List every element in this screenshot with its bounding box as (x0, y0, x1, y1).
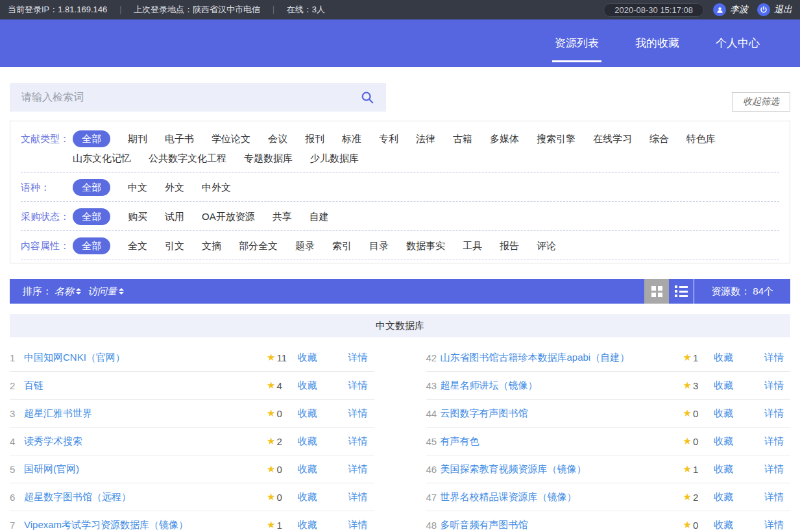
filter-option[interactable]: 特色库 (686, 130, 716, 147)
filter-option[interactable]: 题录 (295, 237, 315, 254)
filter-option[interactable]: 专题数据库 (244, 150, 293, 167)
filter-option[interactable]: 少儿数据库 (310, 150, 359, 167)
filter-option[interactable]: 全文 (128, 237, 147, 254)
logout-button[interactable]: 退出 (757, 3, 792, 16)
filter-option[interactable]: 法律 (416, 130, 435, 147)
resource-title-link[interactable]: 美国探索教育视频资源库（镜像） (441, 463, 587, 476)
filter-option[interactable]: 文摘 (202, 237, 221, 254)
filter-option[interactable]: OA开放资源 (202, 208, 255, 225)
filter-option[interactable]: 标准 (342, 130, 361, 147)
favorite-link[interactable]: 收藏 (714, 463, 733, 476)
favorite-link[interactable]: 收藏 (298, 491, 317, 503)
detail-link[interactable]: 详情 (764, 352, 784, 364)
resource-title-link[interactable]: 多听音频有声图书馆 (441, 519, 528, 531)
filter-option[interactable]: 全部 (73, 179, 110, 196)
filter-option[interactable]: 评论 (537, 237, 556, 254)
resource-title-link[interactable]: 中国知网CNKI（官网） (24, 352, 125, 364)
favorite-link[interactable]: 收藏 (298, 380, 317, 392)
favorite-link[interactable]: 收藏 (298, 435, 317, 448)
resource-title-link[interactable]: 云图数字有声图书馆 (441, 407, 528, 420)
detail-link[interactable]: 详情 (348, 435, 368, 448)
favorite-link[interactable]: 收藏 (714, 435, 733, 448)
favorite-link[interactable]: 收藏 (714, 491, 733, 503)
detail-link[interactable]: 详情 (348, 407, 368, 420)
resource-title-link[interactable]: 有声有色 (441, 435, 479, 448)
list-view-button[interactable] (669, 279, 694, 304)
search-icon[interactable] (360, 90, 374, 104)
filter-option[interactable]: 公共数字文化工程 (149, 150, 226, 167)
filter-option[interactable]: 目录 (369, 237, 389, 254)
sort-option-label: 名称 (55, 285, 74, 298)
filter-option[interactable]: 搜索引擎 (537, 130, 576, 147)
favorite-link[interactable]: 收藏 (298, 519, 317, 531)
filter-option[interactable]: 古籍 (453, 130, 472, 147)
detail-link[interactable]: 详情 (348, 352, 368, 364)
resource-title-link[interactable]: 超星汇雅书世界 (24, 407, 92, 420)
filter-option[interactable]: 在线学习 (593, 130, 632, 147)
filter-option[interactable]: 多媒体 (490, 130, 519, 147)
filter-option[interactable]: 山东文化记忆 (73, 150, 131, 167)
filter-option[interactable]: 期刊 (128, 130, 147, 147)
resource-title-link[interactable]: 山东省图书馆古籍珍本数据库apabi（自建） (441, 352, 630, 364)
filter-option[interactable]: 综合 (649, 130, 669, 147)
detail-link[interactable]: 详情 (348, 519, 368, 531)
filter-option[interactable]: 索引 (332, 237, 352, 254)
filter-option[interactable]: 试用 (165, 208, 184, 225)
detail-link[interactable]: 详情 (348, 380, 368, 392)
filter-option[interactable]: 全部 (73, 237, 110, 254)
filter-option[interactable]: 共享 (273, 208, 292, 225)
filter-option[interactable]: 会议 (268, 130, 287, 147)
filter-option[interactable]: 引文 (165, 237, 184, 254)
favorite-link[interactable]: 收藏 (714, 407, 733, 420)
filter-option[interactable]: 部分全文 (239, 237, 278, 254)
grid-view-button[interactable] (644, 279, 669, 304)
filter-option[interactable]: 学位论文 (212, 130, 250, 147)
detail-link[interactable]: 详情 (348, 463, 368, 476)
resource-title-link[interactable]: 超星名师讲坛（镜像） (441, 380, 538, 392)
favorite-link[interactable]: 收藏 (714, 352, 733, 364)
resource-title-link[interactable]: 读秀学术搜索 (24, 435, 82, 448)
filter-option[interactable]: 中外文 (202, 179, 231, 196)
filter-option[interactable]: 外文 (165, 179, 184, 196)
resource-title-link[interactable]: 超星数字图书馆（远程） (24, 491, 131, 503)
detail-link[interactable]: 详情 (764, 407, 784, 420)
nav-tab-2[interactable]: 我的收藏 (634, 33, 681, 53)
favorite-link[interactable]: 收藏 (298, 463, 317, 476)
filter-option[interactable]: 工具 (463, 237, 482, 254)
favorite-link[interactable]: 收藏 (714, 519, 733, 531)
detail-link[interactable]: 详情 (764, 380, 784, 392)
sort-option[interactable]: 访问量 (88, 285, 124, 298)
filter-options: 全部购买试用OA开放资源共享自建 (73, 208, 779, 225)
detail-link[interactable]: 详情 (764, 519, 784, 531)
resource-title-link[interactable]: Vipexam考试学习资源数据库（镜像） (24, 519, 188, 531)
filter-option[interactable]: 全部 (73, 130, 110, 147)
sort-arrows-icon[interactable] (119, 288, 124, 295)
filter-option[interactable]: 自建 (309, 208, 329, 225)
search-input[interactable] (21, 91, 360, 103)
resource-title-link[interactable]: 百链 (24, 380, 43, 392)
filter-option[interactable]: 购买 (128, 208, 147, 225)
nav-tab-1[interactable]: 资源列表 (553, 33, 600, 53)
favorite-link[interactable]: 收藏 (714, 380, 733, 392)
filter-option[interactable]: 全部 (73, 208, 110, 225)
user-chip[interactable]: 李波 (713, 3, 748, 16)
filter-option[interactable]: 电子书 (165, 130, 194, 147)
filter-option[interactable]: 专利 (379, 130, 398, 147)
favorite-link[interactable]: 收藏 (298, 407, 317, 420)
detail-link[interactable]: 详情 (764, 463, 784, 476)
filter-option[interactable]: 中文 (128, 179, 147, 196)
filter-option[interactable]: 报告 (500, 237, 519, 254)
resource-title-link[interactable]: 世界名校精品课资源库（镜像） (441, 491, 577, 503)
collapse-filter-button[interactable]: 收起筛选 (732, 92, 790, 112)
detail-link[interactable]: 详情 (764, 435, 784, 448)
search-box[interactable] (10, 83, 386, 112)
sort-option[interactable]: 名称 (55, 285, 81, 298)
sort-arrows-icon[interactable] (76, 288, 81, 295)
detail-link[interactable]: 详情 (764, 491, 784, 503)
nav-tab-3[interactable]: 个人中心 (714, 33, 761, 53)
resource-title-link[interactable]: 国研网(官网) (24, 463, 79, 476)
filter-option[interactable]: 报刊 (305, 130, 324, 147)
detail-link[interactable]: 详情 (348, 491, 368, 503)
filter-option[interactable]: 数据事实 (406, 237, 445, 254)
favorite-link[interactable]: 收藏 (298, 352, 317, 364)
